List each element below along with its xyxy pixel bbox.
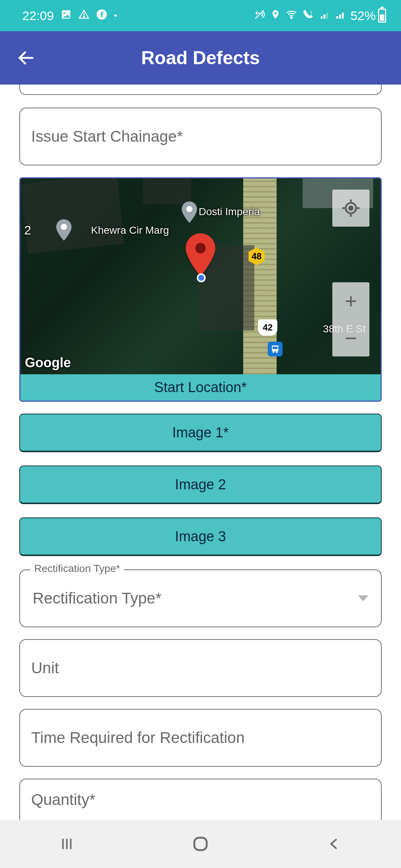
time-required-placeholder: Time Required for Rectification xyxy=(31,729,245,747)
previous-field-cropped[interactable] xyxy=(19,85,382,95)
map-zoom-out-button[interactable]: − xyxy=(332,319,369,356)
signal-2-icon xyxy=(335,9,346,23)
unit-placeholder: Unit xyxy=(31,659,59,677)
svg-point-7 xyxy=(291,17,292,18)
svg-point-20 xyxy=(195,243,206,253)
signal-1-icon xyxy=(319,9,330,23)
start-location-label: Start Location* xyxy=(20,374,381,401)
svg-rect-10 xyxy=(323,14,325,19)
location-icon xyxy=(270,9,281,23)
status-bar: 22:09 • 1 52% xyxy=(0,0,401,31)
rectification-type-field: Rectification Type* Rectification Type* xyxy=(19,569,382,627)
battery-percent: 52% xyxy=(351,9,376,23)
map-building xyxy=(143,178,191,204)
quantity-placeholder: Quantity* xyxy=(31,791,95,809)
nav-back-button[interactable] xyxy=(312,836,356,852)
call-wifi-icon: 1 xyxy=(302,9,315,23)
map-current-location-dot-icon xyxy=(197,273,206,282)
image-2-label: Image 2 xyxy=(175,477,226,493)
image-3-label: Image 3 xyxy=(175,529,226,545)
svg-point-3 xyxy=(84,16,85,17)
time-required-input[interactable]: Time Required for Rectification xyxy=(19,709,382,767)
android-nav-bar xyxy=(0,820,401,868)
map-locate-me-button[interactable] xyxy=(332,190,369,227)
rectification-type-legend: Rectification Type* xyxy=(30,563,124,575)
status-right: 1 52% xyxy=(253,9,386,23)
svg-rect-15 xyxy=(342,13,344,19)
vibrate-off-icon xyxy=(253,9,266,23)
warning-triangle-icon xyxy=(78,9,89,23)
map-zoom-in-button[interactable]: + xyxy=(332,282,369,319)
battery-indicator: 52% xyxy=(351,9,386,23)
nav-recents-button[interactable] xyxy=(45,836,89,852)
svg-point-19 xyxy=(61,224,67,230)
svg-rect-9 xyxy=(321,16,323,19)
image-icon xyxy=(61,9,72,23)
svg-rect-13 xyxy=(336,16,338,19)
bus-stop-icon xyxy=(268,342,283,356)
map-building xyxy=(21,177,124,254)
svg-point-1 xyxy=(63,12,65,14)
svg-rect-34 xyxy=(194,838,206,850)
form-scroll[interactable]: Issue Start Chainage* 2 Khewra Cir Marg … xyxy=(0,85,401,820)
map-edge-number: 2 xyxy=(24,223,31,237)
map-zoom-control: + − xyxy=(332,282,369,356)
svg-point-6 xyxy=(274,12,277,14)
nav-home-button[interactable] xyxy=(178,835,223,853)
svg-point-23 xyxy=(273,352,274,353)
unit-input[interactable]: Unit xyxy=(19,639,382,697)
svg-point-18 xyxy=(186,206,193,212)
image-1-label: Image 1* xyxy=(172,425,229,441)
svg-point-26 xyxy=(349,206,352,210)
map-selected-location-pin-icon[interactable] xyxy=(186,233,215,278)
map-poi-label-dosti: Dosti Imperia xyxy=(199,206,260,218)
start-location-map-block: 2 Khewra Cir Marg Dosti Imperia 38th E S… xyxy=(19,177,382,402)
status-time: 22:09 xyxy=(22,9,54,23)
issue-start-chainage-placeholder: Issue Start Chainage* xyxy=(31,128,183,145)
more-dot-icon: • xyxy=(114,10,117,21)
wifi-icon xyxy=(285,9,298,23)
app-bar: Road Defects xyxy=(0,31,401,85)
page-title: Road Defects xyxy=(0,47,401,69)
svg-rect-11 xyxy=(326,13,328,19)
quantity-input[interactable]: Quantity* xyxy=(19,779,382,820)
map-route-shield-42: 42 xyxy=(258,319,277,336)
svg-rect-14 xyxy=(339,14,341,19)
chevron-down-icon xyxy=(358,595,368,601)
issue-start-chainage-input[interactable]: Issue Start Chainage* xyxy=(19,108,382,165)
map-poi-pin-icon xyxy=(180,201,199,224)
map-poi-pin-icon xyxy=(55,219,73,242)
rectification-type-dropdown[interactable]: Rectification Type* xyxy=(19,569,382,627)
image-1-button[interactable]: Image 1* xyxy=(19,414,382,452)
svg-point-24 xyxy=(276,352,277,353)
status-left: 22:09 • xyxy=(22,9,117,23)
facebook-icon xyxy=(96,9,107,23)
map-road-label-khewra: Khewra Cir Marg xyxy=(91,224,169,236)
map-canvas[interactable]: 2 Khewra Cir Marg Dosti Imperia 38th E S… xyxy=(20,178,381,374)
rectification-type-placeholder: Rectification Type* xyxy=(33,589,162,607)
svg-rect-22 xyxy=(273,347,278,349)
map-attribution: Google xyxy=(25,355,71,371)
svg-text:1: 1 xyxy=(310,10,312,14)
image-2-button[interactable]: Image 2 xyxy=(19,466,382,504)
battery-icon xyxy=(378,9,386,23)
image-3-button[interactable]: Image 3 xyxy=(19,517,382,556)
